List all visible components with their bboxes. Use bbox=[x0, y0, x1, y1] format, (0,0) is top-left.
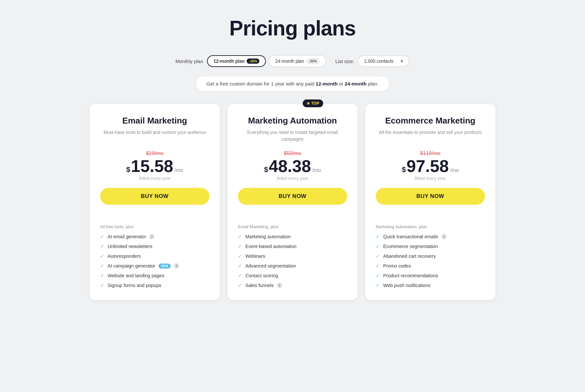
check-icon: ✓ bbox=[100, 263, 104, 269]
price-mo: /mo bbox=[312, 167, 321, 173]
check-icon: ✓ bbox=[376, 253, 380, 259]
feature-item: ✓ Unlimited newsletters bbox=[100, 243, 209, 249]
price-amount: 48.38 bbox=[269, 158, 311, 175]
feature-item: ✓ Quick transactional emails i bbox=[376, 234, 485, 240]
check-icon: ✓ bbox=[376, 263, 380, 269]
plan-card-email-marketing: Email Marketing Must-have tools to build… bbox=[90, 104, 220, 300]
buy-now-button[interactable]: BUY NOW bbox=[376, 188, 485, 205]
price-mo: /mo bbox=[450, 167, 459, 173]
feature-text: Marketing automation bbox=[245, 234, 291, 239]
current-price-row: $ 48.38 /mo bbox=[238, 158, 347, 175]
feature-item: ✓ AI email generator i bbox=[100, 234, 209, 240]
feature-item: ✓ Marketing automation bbox=[238, 234, 347, 240]
feature-text: AI email generator bbox=[108, 234, 146, 239]
features-title: Email Marketing, plus: bbox=[238, 224, 347, 229]
twelve-month-discount-badge: -18% bbox=[247, 59, 260, 64]
feature-text: Signup forms and popups bbox=[108, 283, 161, 288]
feature-item: ✓ Advanced segmentation bbox=[238, 263, 347, 269]
features-title: All free tools, plus: bbox=[100, 224, 209, 229]
feature-text: Web push notifications bbox=[383, 283, 431, 288]
info-icon[interactable]: i bbox=[441, 234, 447, 239]
check-icon: ✓ bbox=[238, 253, 242, 259]
check-icon: ✓ bbox=[100, 282, 104, 288]
promo-bold-24month: 24-month bbox=[344, 81, 367, 86]
feature-item: ✓ AI campaign generator NEWi bbox=[100, 263, 209, 269]
check-icon: ✓ bbox=[238, 273, 242, 279]
check-icon: ✓ bbox=[100, 273, 104, 279]
feature-text: AI campaign generator bbox=[108, 263, 155, 268]
feature-list: ✓ Marketing automation ✓ Event-based aut… bbox=[238, 234, 347, 288]
plan-description: Everything you need to create targeted e… bbox=[238, 129, 347, 143]
promo-bold-12month: 12-month bbox=[316, 81, 338, 86]
buy-button-wrapper: BUY NOW bbox=[376, 188, 485, 215]
feature-item: ✓ Sales funnels i bbox=[238, 282, 347, 288]
original-price: $19/mo bbox=[100, 150, 209, 156]
twelve-month-label: 12-month plan bbox=[214, 59, 245, 64]
plan-name: Ecommerce Marketing bbox=[376, 116, 485, 126]
check-icon: ✓ bbox=[376, 243, 380, 249]
billed-text: Billed every year bbox=[238, 176, 347, 181]
twentyfour-month-discount-badge: -30% bbox=[306, 58, 320, 64]
feature-item: ✓ Promo codes bbox=[376, 263, 485, 269]
check-icon: ✓ bbox=[100, 253, 104, 259]
twentyfour-month-plan-button[interactable]: 24-month plan -30% bbox=[268, 55, 326, 67]
feature-text: Promo codes bbox=[383, 263, 411, 268]
buy-now-button[interactable]: BUY NOW bbox=[100, 188, 209, 205]
price-dollar: $ bbox=[402, 165, 406, 174]
price-dollar: $ bbox=[264, 165, 268, 174]
feature-item: ✓ Web push notifications bbox=[376, 282, 485, 288]
feature-item: ✓ Webinars bbox=[238, 253, 347, 259]
feature-item: ✓ Ecommerce segmentation bbox=[376, 243, 485, 249]
check-icon: ✓ bbox=[100, 234, 104, 240]
info-icon[interactable]: i bbox=[174, 263, 179, 268]
check-icon: ✓ bbox=[376, 282, 380, 288]
feature-text: Abandoned cart recovery bbox=[383, 254, 436, 259]
feature-text: Sales funnels bbox=[245, 283, 274, 288]
feature-list: ✓ Quick transactional emails i ✓ Ecommer… bbox=[376, 234, 485, 288]
billed-text: Billed every year bbox=[100, 176, 209, 181]
promo-text-start: Get a free custom domain for 1 year with… bbox=[206, 81, 316, 86]
feature-text: Website and landing pages bbox=[108, 273, 164, 278]
feature-text: Webinars bbox=[245, 254, 265, 259]
plan-name: Email Marketing bbox=[100, 116, 209, 126]
buy-button-wrapper: BUY NOW bbox=[238, 188, 347, 215]
buy-button-wrapper: BUY NOW bbox=[100, 188, 209, 215]
plan-description: Must-have tools to build and nurture you… bbox=[100, 129, 209, 143]
check-icon: ✓ bbox=[238, 243, 242, 249]
plan-description: All the essentials to promote and sell y… bbox=[376, 129, 485, 143]
chevron-down-icon: ▾ bbox=[401, 59, 403, 64]
plan-name: Marketing Automation bbox=[238, 116, 347, 126]
buy-now-button[interactable]: BUY NOW bbox=[238, 188, 347, 205]
info-icon[interactable]: i bbox=[149, 234, 154, 239]
plan-card-ecommerce-marketing: Ecommerce Marketing All the essentials t… bbox=[365, 104, 495, 300]
plans-container: Email Marketing Must-have tools to build… bbox=[88, 104, 497, 300]
check-icon: ✓ bbox=[238, 234, 242, 240]
feature-item: ✓ Website and landing pages bbox=[100, 273, 209, 279]
feature-item: ✓ Product recommendations bbox=[376, 273, 485, 279]
promo-banner: Get a free custom domain for 1 year with… bbox=[196, 76, 389, 91]
info-icon[interactable]: i bbox=[277, 283, 282, 288]
price-amount: 15.58 bbox=[131, 158, 173, 175]
feature-item: ✓ Contact scoring bbox=[238, 273, 347, 279]
check-icon: ✓ bbox=[376, 273, 380, 279]
feature-item: ✓ Autoresponders bbox=[100, 253, 209, 259]
price-dollar: $ bbox=[126, 165, 130, 174]
check-icon: ✓ bbox=[376, 234, 380, 240]
check-icon: ✓ bbox=[238, 282, 242, 288]
new-badge: NEW bbox=[159, 264, 171, 268]
monthly-plan-label: Monthly plan bbox=[176, 59, 203, 64]
promo-text-end: plan. bbox=[367, 81, 379, 86]
feature-item: ✓ Signup forms and popups bbox=[100, 282, 209, 288]
feature-text: Autoresponders bbox=[108, 254, 141, 259]
feature-text: Product recommendations bbox=[383, 273, 438, 278]
list-size-dropdown[interactable]: 1,000 contacts ▾ bbox=[358, 55, 410, 67]
current-price-row: $ 97.58 /mo bbox=[376, 158, 485, 175]
features-title: Marketing Automation, plus: bbox=[376, 224, 485, 229]
feature-item: ✓ Abandoned cart recovery bbox=[376, 253, 485, 259]
twentyfour-month-label: 24-month plan bbox=[275, 59, 304, 64]
feature-list: ✓ AI email generator i ✓ Unlimited newsl… bbox=[100, 234, 209, 288]
billed-text: Billed every year bbox=[376, 176, 485, 181]
plan-card-marketing-automation: ★ TOP Marketing Automation Everything yo… bbox=[228, 104, 358, 300]
feature-text: Ecommerce segmentation bbox=[383, 244, 438, 249]
twelve-month-plan-button[interactable]: 12-month plan -18% bbox=[207, 55, 266, 67]
